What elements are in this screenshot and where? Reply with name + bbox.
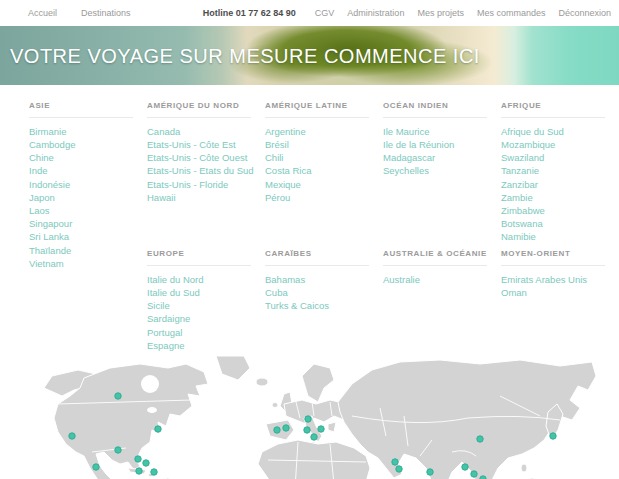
menu-link-portugal[interactable]: Portugal	[147, 326, 265, 339]
nav-item-destinations[interactable]: Destinations	[81, 8, 131, 18]
menu-link-vietnam[interactable]: Vietnam	[29, 257, 147, 270]
map-dot[interactable]	[69, 433, 75, 439]
menu-link-canada[interactable]: Canada	[147, 125, 265, 138]
menu-link-italie-du-nord[interactable]: Italie du Nord	[147, 273, 265, 286]
menu-link-etats-unis-floride[interactable]: Etats-Unis - Floride	[147, 178, 265, 191]
destinations-menu: ASIEBirmanieCambodgeChineIndeIndonésieJa…	[0, 85, 619, 352]
menu-link-inde[interactable]: Inde	[29, 165, 147, 178]
menu-section-am-rique-du-nord: AMÉRIQUE DU NORDCanadaEtats-Unis - Côte …	[147, 101, 265, 249]
menu-link-p-rou[interactable]: Pérou	[265, 191, 383, 204]
map-dot[interactable]	[304, 427, 310, 433]
menu-link-madagascar[interactable]: Madagascar	[383, 151, 501, 164]
menu-link-afrique-du-sud[interactable]: Afrique du Sud	[501, 125, 619, 138]
menu-section-cara-bes: CARAÏBESBahamasCubaTurks & Caicos	[265, 249, 383, 313]
menu-column-2: AMÉRIQUE DU NORDCanadaEtats-Unis - Côte …	[147, 101, 265, 352]
menu-link-etats-unis-c-te-est[interactable]: Etats-Unis - Côte Est	[147, 138, 265, 151]
menu-link-seychelles[interactable]: Seychelles	[383, 165, 501, 178]
menu-link-cambodge[interactable]: Cambodge	[29, 138, 147, 151]
menu-link-swaziland[interactable]: Swaziland	[501, 151, 619, 164]
menu-column-1: ASIEBirmanieCambodgeChineIndeIndonésieJa…	[29, 101, 147, 352]
menu-link-tha-lande[interactable]: Thaïlande	[29, 244, 147, 257]
menu-link-bahamas[interactable]: Bahamas	[265, 273, 383, 286]
map-dot[interactable]	[392, 459, 398, 465]
hero-title: VOTRE VOYAGE SUR MESURE COMMENCE ICI	[10, 44, 480, 67]
menu-column-4: OCÉAN INDIENIle MauriceIle de la Réunion…	[383, 101, 501, 352]
map-dot[interactable]	[135, 456, 141, 462]
menu-link-chine[interactable]: Chine	[29, 151, 147, 164]
menu-header-am-rique-latine: AMÉRIQUE LATINE	[265, 101, 369, 118]
menu-link-costa-rica[interactable]: Costa Rica	[265, 165, 383, 178]
menu-link-botswana[interactable]: Botswana	[501, 217, 619, 230]
nav-item-accueil[interactable]: Accueil	[28, 8, 57, 18]
world-map-svg	[0, 356, 619, 479]
menu-link-sardaigne[interactable]: Sardaigne	[147, 313, 265, 326]
menu-section-asie: ASIEBirmanieCambodgeChineIndeIndonésieJa…	[29, 101, 147, 270]
menu-link-cuba[interactable]: Cuba	[265, 286, 383, 299]
map-dot[interactable]	[550, 433, 556, 439]
map-dot[interactable]	[305, 416, 311, 422]
menu-section-am-rique-latine: AMÉRIQUE LATINEArgentineBrésilChiliCosta…	[265, 101, 383, 249]
menu-link-laos[interactable]: Laos	[29, 204, 147, 217]
menu-link-mexique[interactable]: Mexique	[265, 178, 383, 191]
menu-link-namibie[interactable]: Namibie	[501, 231, 619, 244]
menu-link-sicile[interactable]: Sicile	[147, 299, 265, 312]
menu-link-hawaii[interactable]: Hawaii	[147, 191, 265, 204]
menu-link-ile-de-la-r-union[interactable]: Ile de la Réunion	[383, 138, 501, 151]
menu-link-sri-lanka[interactable]: Sri Lanka	[29, 231, 147, 244]
nav-item-administration[interactable]: Administration	[347, 8, 404, 18]
menu-link-etats-unis-etats-du-sud[interactable]: Etats-Unis - Etats du Sud	[147, 165, 265, 178]
menu-header-asie: ASIE	[29, 101, 133, 118]
nav-item-mes-projets[interactable]: Mes projets	[417, 8, 464, 18]
map-dot[interactable]	[115, 447, 121, 453]
menu-link-australie[interactable]: Australie	[383, 273, 501, 286]
menu-header-am-rique-du-nord: AMÉRIQUE DU NORD	[147, 101, 251, 118]
nav-right: Hotline 01 77 62 84 90 CGVAdministration…	[203, 8, 611, 18]
map-dot[interactable]	[155, 426, 161, 432]
menu-link-zanzibar[interactable]: Zanzibar	[501, 178, 619, 191]
menu-header-afrique: AFRIQUE	[501, 101, 605, 118]
menu-link-argentine[interactable]: Argentine	[265, 125, 383, 138]
nav-item-mes-commandes[interactable]: Mes commandes	[477, 8, 546, 18]
menu-link-mozambique[interactable]: Mozambique	[501, 138, 619, 151]
map-dot[interactable]	[115, 393, 121, 399]
menu-section-oc-an-indien: OCÉAN INDIENIle MauriceIle de la Réunion…	[383, 101, 501, 249]
menu-link-zimbabwe[interactable]: Zimbabwe	[501, 204, 619, 217]
map-dot[interactable]	[396, 466, 402, 472]
menu-link-ile-maurice[interactable]: Ile Maurice	[383, 125, 501, 138]
menu-link-birmanie[interactable]: Birmanie	[29, 125, 147, 138]
menu-link-oman[interactable]: Oman	[501, 286, 619, 299]
map-dot[interactable]	[477, 436, 483, 442]
menu-link-indon-sie[interactable]: Indonésie	[29, 178, 147, 191]
map-dot[interactable]	[318, 426, 324, 432]
map-dot[interactable]	[462, 464, 468, 470]
nav-item-cgv[interactable]: CGV	[315, 8, 335, 18]
menu-link-zambie[interactable]: Zambie	[501, 191, 619, 204]
map-dot[interactable]	[151, 469, 157, 475]
menu-link-chili[interactable]: Chili	[265, 151, 383, 164]
menu-header-oc-an-indien: OCÉAN INDIEN	[383, 101, 487, 118]
destinations-grid: ASIEBirmanieCambodgeChineIndeIndonésieJa…	[0, 85, 619, 352]
menu-link-espagne[interactable]: Espagne	[147, 339, 265, 352]
map-dot[interactable]	[427, 469, 433, 475]
map-dot[interactable]	[274, 427, 280, 433]
hotline-number: Hotline 01 77 62 84 90	[203, 8, 296, 18]
menu-header-australie-oc-anie: AUSTRALIE & OCÉANIE	[383, 249, 487, 266]
menu-link-br-sil[interactable]: Brésil	[265, 138, 383, 151]
menu-link-japon[interactable]: Japon	[29, 191, 147, 204]
menu-section-europe: EUROPEItalie du NordItalie du SudSicileS…	[147, 249, 265, 352]
map-dot[interactable]	[283, 425, 289, 431]
map-dot[interactable]	[143, 460, 149, 466]
menu-link-singapour[interactable]: Singapour	[29, 217, 147, 230]
menu-link-tanzanie[interactable]: Tanzanie	[501, 165, 619, 178]
menu-link-turks-caicos[interactable]: Turks & Caicos	[265, 299, 383, 312]
map-dot[interactable]	[136, 468, 142, 474]
menu-link-emirats-arabes-unis[interactable]: Emirats Arabes Unis	[501, 273, 619, 286]
nav-item-d-connexion[interactable]: Déconnexion	[558, 8, 611, 18]
map-dot[interactable]	[471, 471, 477, 477]
menu-link-etats-unis-c-te-ouest[interactable]: Etats-Unis - Côte Ouest	[147, 151, 265, 164]
map-dot[interactable]	[93, 464, 99, 470]
menu-column-5: AFRIQUEAfrique du SudMozambiqueSwaziland…	[501, 101, 619, 352]
menu-link-italie-du-sud[interactable]: Italie du Sud	[147, 286, 265, 299]
map-dot[interactable]	[311, 434, 317, 440]
menu-header-cara-bes: CARAÏBES	[265, 249, 369, 266]
